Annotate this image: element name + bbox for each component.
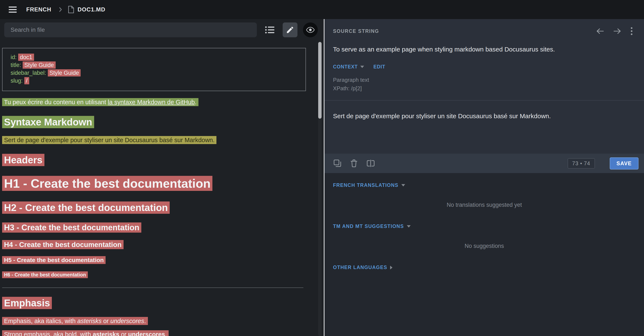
doc-paragraph: Strong emphasis, aka bold, with asterisk…	[2, 331, 311, 336]
context-label: CONTEXT	[333, 64, 358, 70]
source-string-section: SOURCE STRING	[324, 19, 644, 153]
chevron-down-icon	[407, 225, 411, 228]
string-highlight-untranslated[interactable]: H3 - Create the best documentation	[2, 222, 141, 233]
context-dropdown[interactable]: CONTEXT	[333, 64, 364, 70]
topbar: FRENCH DOC1.MD	[0, 0, 644, 19]
frontmatter-key: title:	[10, 62, 21, 68]
text-selection-icon[interactable]	[366, 159, 375, 167]
string-highlight-selected[interactable]: Sert de page d'exemple pour styliser un …	[2, 136, 216, 144]
intro-link[interactable]: la syntaxe Markdown de GitHub	[108, 99, 195, 105]
doc-heading-h2: H2 - Create the best documentation	[2, 202, 311, 213]
intro-period: .	[195, 99, 196, 105]
breadcrumb-chevron-icon	[58, 7, 62, 12]
chevron-down-icon	[360, 66, 364, 68]
chevron-right-icon	[390, 266, 392, 269]
emphasis-italic: asterisks	[78, 317, 102, 324]
menu-icon[interactable]	[6, 3, 20, 17]
doc-heading-h5: H5 - Create the best documentation	[2, 257, 311, 264]
doc-paragraph: Tu peux écrire du contenu en utilisant l…	[2, 99, 311, 106]
frontmatter-key: slug:	[10, 78, 23, 84]
frontmatter-line: slug: /	[10, 77, 299, 85]
save-button[interactable]: SAVE	[610, 157, 638, 170]
doc-horizontal-rule	[2, 287, 304, 288]
scrollbar-track[interactable]	[318, 42, 322, 336]
strong-text: Strong emphasis, aka bold, with	[4, 331, 93, 336]
translation-panel: SOURCE STRING	[324, 19, 644, 336]
emphasis-text: .	[144, 317, 146, 324]
frontmatter-line: sidebar_label: Style Guide	[10, 69, 299, 77]
section-tm-mt-suggestions[interactable]: TM AND MT SUGGESTIONS	[333, 224, 636, 229]
suggestions-empty-message: No suggestions	[333, 243, 636, 249]
translations-empty-message: No translations suggested yet	[333, 202, 636, 208]
source-string-text: To serve as an example page when styling…	[333, 45, 636, 54]
string-highlight-untranslated[interactable]: Emphasis	[2, 297, 52, 309]
edit-mode-button[interactable]	[283, 23, 298, 37]
frontmatter-line: title: Style Guide	[10, 61, 299, 69]
translation-input[interactable]: Sert de page d'exemple pour styliser un …	[333, 101, 636, 153]
frontmatter-block: id: doc1 title: Style Guide sidebar_labe…	[2, 48, 306, 91]
emphasis-text: or	[102, 317, 110, 324]
edit-context-button[interactable]: EDIT	[374, 64, 385, 70]
character-counter: 73 • 74	[568, 158, 595, 169]
string-highlight-untranslated[interactable]: Strong emphasis, aka bold, with asterisk…	[2, 330, 168, 336]
context-type: Paragraph text	[333, 76, 636, 84]
string-highlight-untranslated[interactable]: /	[24, 77, 30, 84]
section-french-translations[interactable]: FRENCH TRANSLATIONS	[333, 183, 636, 188]
strong-bold: asterisks	[93, 331, 119, 336]
breadcrumb-file[interactable]: DOC1.MD	[68, 6, 106, 13]
breadcrumb-file-name: DOC1.MD	[78, 6, 106, 13]
intro-text: Tu peux écrire du contenu en utilisant	[4, 99, 108, 105]
section-title: FRENCH TRANSLATIONS	[333, 183, 398, 188]
translation-toolbar: 73 • 74 SAVE	[324, 153, 644, 173]
string-highlight-translated[interactable]: Syntaxe Markdown	[2, 116, 94, 128]
emphasis-text: Emphasis, aka italics, with	[4, 317, 78, 324]
context-xpath: XPath: /p[2]	[333, 84, 636, 93]
frontmatter-key: sidebar_label:	[10, 70, 46, 76]
string-highlight-untranslated[interactable]: Headers	[2, 154, 44, 166]
search-input[interactable]	[4, 23, 257, 37]
string-highlight-untranslated[interactable]: H4 - Create the best documentation	[2, 240, 124, 249]
document-preview: id: doc1 title: Style Guide sidebar_labe…	[0, 41, 324, 336]
scrollbar-thumb[interactable]	[318, 42, 322, 119]
preview-mode-button[interactable]	[303, 23, 318, 37]
file-preview-panel: id: doc1 title: Style Guide sidebar_labe…	[0, 19, 324, 336]
copy-source-icon[interactable]	[334, 159, 342, 167]
doc-heading: Emphasis	[2, 297, 311, 309]
doc-paragraph: Sert de page d'exemple pour styliser un …	[2, 137, 311, 144]
next-string-button[interactable]	[613, 28, 621, 34]
frontmatter-key: id:	[10, 54, 17, 60]
delete-translation-icon[interactable]	[350, 159, 358, 167]
doc-heading-h6: H6 - Create the best documentation	[2, 272, 311, 278]
chevron-down-icon	[401, 184, 405, 187]
string-highlight-untranslated[interactable]: H5 - Create the best documentation	[2, 256, 106, 264]
previous-string-button[interactable]	[596, 28, 604, 34]
string-highlight-untranslated[interactable]: Style Guide	[48, 69, 81, 76]
string-highlight-untranslated[interactable]: H6 - Create the best documentation	[2, 271, 88, 278]
emphasis-italic: underscores	[110, 317, 144, 324]
source-string-title: SOURCE STRING	[333, 28, 379, 34]
doc-heading-h3: H3 - Create the best documentation	[2, 223, 311, 232]
strong-text: or	[119, 331, 128, 336]
main-split: id: doc1 title: Style Guide sidebar_labe…	[0, 19, 644, 336]
frontmatter-line: id: doc1	[10, 53, 299, 61]
list-view-button[interactable]	[262, 23, 277, 37]
doc-paragraph: Emphasis, aka italics, with asterisks or…	[2, 317, 311, 324]
section-other-languages[interactable]: OTHER LANGUAGES	[333, 265, 636, 270]
more-options-icon[interactable]	[631, 27, 632, 35]
string-highlight-untranslated[interactable]: Emphasis, aka italics, with asterisks or…	[2, 317, 148, 325]
search-row	[0, 19, 324, 41]
string-highlight-untranslated[interactable]: H1 - Create the best documentation	[2, 176, 212, 191]
string-highlight-translated[interactable]: Tu peux écrire du contenu en utilisant l…	[2, 98, 198, 106]
section-title: OTHER LANGUAGES	[333, 265, 387, 270]
file-icon	[68, 6, 74, 13]
doc-heading: Headers	[2, 154, 311, 166]
string-highlight-untranslated[interactable]: Style Guide	[23, 61, 56, 69]
breadcrumb-language[interactable]: FRENCH	[26, 6, 52, 13]
section-title: TM AND MT SUGGESTIONS	[333, 224, 404, 229]
strong-bold: underscores	[128, 331, 165, 336]
strong-text: .	[165, 331, 167, 336]
doc-heading: Syntaxe Markdown	[2, 116, 311, 128]
string-highlight-untranslated[interactable]: doc1	[18, 54, 34, 61]
suggestions-area: FRENCH TRANSLATIONS No translations sugg…	[324, 173, 644, 336]
string-highlight-untranslated[interactable]: H2 - Create the best documentation	[2, 202, 170, 214]
